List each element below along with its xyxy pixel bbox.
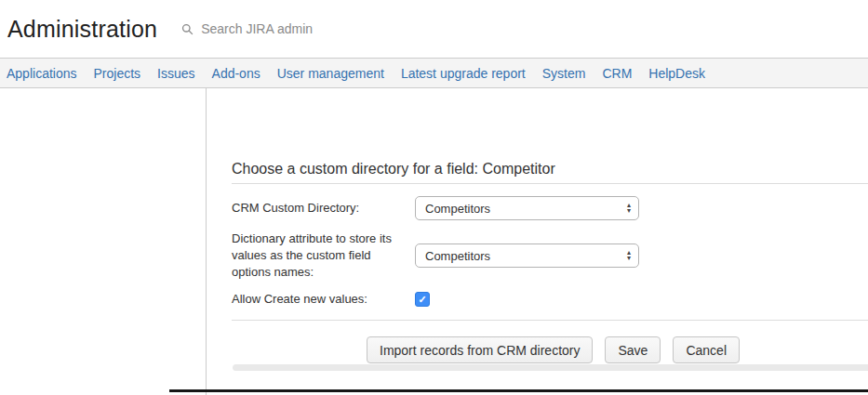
import-records-button[interactable]: Import records from CRM directory: [367, 336, 593, 363]
nav-item-latest-upgrade-report[interactable]: Latest upgrade report: [393, 66, 534, 81]
horizontal-scrollbar[interactable]: [233, 364, 868, 371]
crm-directory-select[interactable]: Competitors ▴ ▾: [415, 196, 639, 220]
form-row-allow-create: Allow Create new values: ✓: [232, 291, 868, 308]
allow-create-checkbox[interactable]: ✓: [415, 292, 430, 307]
form-divider: [232, 320, 868, 321]
search-input[interactable]: [199, 20, 348, 37]
nav-item-add-ons[interactable]: Add-ons: [204, 66, 269, 81]
content-area: Choose a custom directory for a field: C…: [0, 88, 868, 395]
dictionary-attribute-select[interactable]: Competitors ▴ ▾: [415, 244, 639, 268]
nav-item-helpdesk[interactable]: HelpDesk: [640, 66, 714, 81]
dictionary-attribute-label: Dictionary attribute to store its values…: [232, 230, 415, 281]
section-heading: Choose a custom directory for a field: C…: [232, 162, 868, 184]
nav-item-applications[interactable]: Applications: [7, 66, 86, 81]
allow-create-label: Allow Create new values:: [232, 291, 415, 308]
nav-item-crm[interactable]: CRM: [594, 66, 640, 81]
page-title: Administration: [7, 16, 157, 43]
window-bottom-edge: [169, 389, 868, 392]
select-value: Competitors: [425, 249, 490, 263]
cancel-button[interactable]: Cancel: [673, 336, 740, 363]
admin-navbar: Applications Projects Issues Add-ons Use…: [0, 58, 868, 88]
nav-item-issues[interactable]: Issues: [149, 66, 203, 81]
select-value: Competitors: [425, 202, 490, 216]
crm-directory-label: CRM Custom Directory:: [232, 200, 415, 217]
form-row-dictionary-attribute: Dictionary attribute to store its values…: [232, 230, 868, 281]
search-icon: [181, 23, 194, 35]
admin-search: [181, 20, 348, 37]
nav-item-system[interactable]: System: [534, 66, 594, 81]
nav-item-user-management[interactable]: User management: [269, 66, 393, 81]
nav-item-projects[interactable]: Projects: [86, 66, 150, 81]
main-panel: Choose a custom directory for a field: C…: [207, 88, 868, 395]
checkmark-icon: ✓: [418, 295, 426, 305]
admin-header: Administration: [0, 0, 868, 58]
save-button[interactable]: Save: [605, 336, 661, 363]
form-buttons: Import records from CRM directory Save C…: [367, 336, 868, 363]
form-row-crm-directory: CRM Custom Directory: Competitors ▴ ▾: [232, 196, 868, 220]
up-down-arrows-icon: ▴ ▾: [627, 250, 631, 261]
sidebar: [0, 88, 207, 395]
up-down-arrows-icon: ▴ ▾: [627, 203, 631, 214]
